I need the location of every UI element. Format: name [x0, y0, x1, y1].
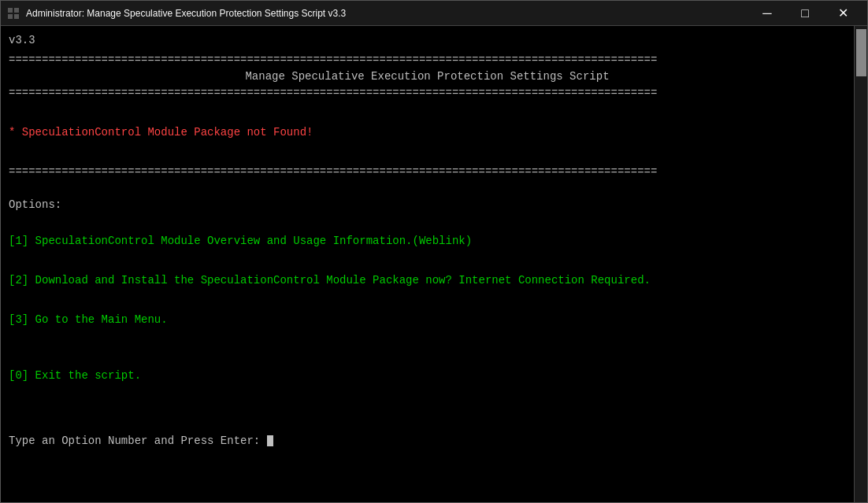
console-content: v3.3 ===================================…	[1, 26, 854, 502]
option1: [1] SpeculationControl Module Overview a…	[9, 233, 846, 250]
blank-8	[9, 348, 846, 364]
blank-1	[9, 102, 846, 118]
separator-mid: ========================================…	[9, 85, 846, 102]
scrollbar[interactable]	[854, 26, 867, 502]
svg-rect-0	[8, 8, 13, 13]
blank-5	[9, 253, 846, 269]
blank-4	[9, 213, 846, 230]
option0: [0] Exit the script.	[9, 368, 846, 384]
prompt-text: Type an Option Number and Press Enter:	[9, 435, 260, 447]
svg-rect-1	[14, 8, 19, 13]
blank-3	[9, 180, 846, 197]
error-message: * SpeculationControl Module Package not …	[9, 124, 846, 141]
minimize-button[interactable]: ─	[749, 2, 785, 24]
console-area: v3.3 ===================================…	[1, 26, 867, 502]
restore-button[interactable]: □	[787, 2, 823, 24]
options-header: Options:	[9, 197, 846, 213]
window-title: Administrator: Manage Speculative Execut…	[26, 8, 346, 19]
blank-2	[9, 147, 846, 164]
svg-rect-2	[8, 14, 13, 19]
blank-10	[9, 404, 846, 420]
title-bar-controls: ─ □ ✕	[749, 2, 861, 24]
title-bar-left: Administrator: Manage Speculative Execut…	[7, 7, 346, 20]
version-line: v3.3	[9, 32, 846, 49]
cursor	[267, 435, 273, 446]
window-icon	[7, 7, 20, 20]
scrollbar-thumb[interactable]	[856, 29, 866, 76]
prompt-line[interactable]: Type an Option Number and Press Enter:	[9, 433, 846, 449]
option3: [3] Go to the Main Menu.	[9, 312, 846, 328]
blank-9	[9, 387, 846, 404]
blank-7	[9, 331, 846, 348]
close-button[interactable]: ✕	[825, 2, 861, 24]
blank-6	[9, 292, 846, 309]
option2: [2] Download and Install the Speculation…	[9, 272, 846, 289]
svg-rect-3	[14, 14, 19, 19]
title-bar: Administrator: Manage Speculative Execut…	[1, 1, 867, 26]
separator-top: ========================================…	[9, 52, 846, 68]
window: Administrator: Manage Speculative Execut…	[0, 0, 868, 503]
main-title: Manage Speculative Execution Protection …	[9, 68, 846, 85]
separator-bottom: ========================================…	[9, 164, 846, 180]
